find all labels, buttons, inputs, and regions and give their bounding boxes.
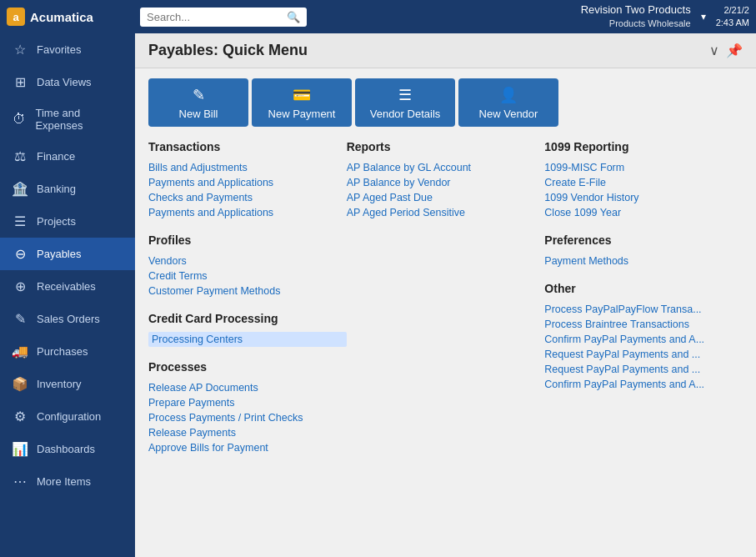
sidebar-label-inventory: Inventory	[37, 378, 81, 390]
sidebar-icon-banking: 🏦	[12, 181, 28, 197]
link-process-braintree-transactions[interactable]: Process Braintree Transactions	[544, 317, 743, 332]
sidebar-item-receivables[interactable]: ⊕Receivables	[0, 270, 135, 303]
sidebar-item-inventory[interactable]: 📦Inventory	[0, 368, 135, 400]
link-ap-aged-past-due[interactable]: AP Aged Past Due	[347, 190, 545, 205]
sidebar-icon-data-views: ⊞	[12, 74, 28, 90]
link-vendors[interactable]: Vendors	[148, 253, 347, 268]
quick-btn-icon-vendor-details: ☰	[398, 86, 412, 104]
link-payments-applications-2[interactable]: Payments and Applications	[148, 205, 347, 220]
quick-btn-label-new-payment: New Payment	[268, 108, 336, 120]
link-close-1099-year[interactable]: Close 1099 Year	[544, 205, 743, 220]
section-other: Other Process PayPalPayFlow Transa...Pro…	[544, 282, 743, 392]
link-customer-payment-methods[interactable]: Customer Payment Methods	[148, 284, 347, 299]
sidebar-icon-finance: ⚖	[12, 148, 28, 164]
link-1099-misc-form[interactable]: 1099-MISC Form	[544, 160, 743, 175]
processes-title: Processes	[148, 360, 347, 374]
sidebar-item-finance[interactable]: ⚖Finance	[0, 140, 135, 173]
sidebar-icon-more-items: ⋯	[12, 474, 28, 489]
sidebar-item-projects[interactable]: ☰Projects	[0, 205, 135, 238]
link-request-paypal-payments-1[interactable]: Request PayPal Payments and ...	[544, 347, 743, 362]
quick-btn-icon-new-bill: ✎	[193, 86, 205, 104]
link-process-paypalflow-transa[interactable]: Process PayPalPayFlow Transa...	[544, 302, 743, 317]
preferences-title: Preferences	[544, 233, 743, 247]
sidebar-item-favorites[interactable]: ☆Favorites	[0, 33, 135, 66]
company-chevron-icon[interactable]: ▾	[701, 11, 706, 23]
sidebar-label-purchases: Purchases	[37, 345, 88, 358]
section-profiles: Profiles VendorsCredit TermsCustomer Pay…	[148, 233, 347, 299]
profiles-title: Profiles	[148, 233, 347, 247]
section-reports: Reports AP Balance by GL AccountAP Balan…	[347, 140, 545, 220]
sidebar-item-dashboards[interactable]: 📊Dashboards	[0, 433, 135, 465]
logo[interactable]: a Acumatica	[7, 8, 140, 26]
sidebar-item-payables[interactable]: ⊖Payables	[0, 238, 135, 270]
sidebar-icon-projects: ☰	[12, 213, 28, 229]
1099-title: 1099 Reporting	[544, 140, 743, 153]
search-input[interactable]	[147, 11, 282, 23]
page-header: Payables: Quick Menu ∨ 📌	[135, 33, 756, 68]
link-checks-payments[interactable]: Checks and Payments	[148, 190, 347, 205]
sidebar-icon-sales-orders: ✎	[12, 311, 28, 327]
link-process-payments-print-checks[interactable]: Process Payments / Print Checks	[148, 410, 347, 425]
section-credit-card: Credit Card Processing Processing Center…	[148, 312, 347, 347]
quick-btn-new-vendor[interactable]: 👤New Vendor	[458, 78, 558, 127]
sidebar-label-dashboards: Dashboards	[37, 443, 95, 455]
sidebar-item-more-items[interactable]: ⋯More Items	[0, 465, 135, 498]
quick-btn-new-bill[interactable]: ✎New Bill	[148, 78, 248, 127]
link-approve-bills-for-payment[interactable]: Approve Bills for Payment	[148, 440, 347, 455]
search-bar[interactable]: 🔍	[140, 8, 307, 27]
link-processing-centers[interactable]: Processing Centers	[148, 332, 347, 347]
sidebar-label-favorites: Favorites	[37, 43, 81, 56]
sidebar-icon-dashboards: 📊	[12, 441, 28, 457]
sidebar-item-banking[interactable]: 🏦Banking	[0, 173, 135, 205]
company-info[interactable]: Revision Two Products Products Wholesale	[581, 3, 691, 31]
sidebar-icon-configuration: ⚙	[12, 409, 28, 424]
quick-btn-new-payment[interactable]: 💳New Payment	[252, 78, 352, 127]
middle-column: Reports AP Balance by GL AccountAP Balan…	[347, 140, 545, 469]
datetime: 2/21/2 2:43 AM	[716, 4, 749, 30]
reports-title: Reports	[347, 140, 545, 153]
link-confirm-paypal-payments-a1[interactable]: Confirm PayPal Payments and A...	[544, 332, 743, 347]
page-pin-icon[interactable]: 📌	[726, 43, 743, 58]
quick-buttons-bar: ✎New Bill💳New Payment☰Vendor Details👤New…	[135, 68, 756, 133]
quick-btn-icon-new-vendor: 👤	[499, 86, 518, 104]
content-area: Payables: Quick Menu ∨ 📌 ✎New Bill💳New P…	[135, 33, 756, 557]
page-title: Payables: Quick Menu	[148, 42, 308, 59]
link-credit-terms[interactable]: Credit Terms	[148, 268, 347, 284]
sidebar-item-configuration[interactable]: ⚙Configuration	[0, 400, 135, 433]
link-payments-applications-1[interactable]: Payments and Applications	[148, 175, 347, 190]
link-release-ap-documents[interactable]: Release AP Documents	[148, 380, 347, 395]
page-header-actions: ∨ 📌	[709, 43, 743, 58]
quick-btn-label-vendor-details: Vendor Details	[370, 108, 441, 120]
sidebar-label-time-expenses: Time and Expenses	[35, 107, 123, 132]
link-release-payments[interactable]: Release Payments	[148, 425, 347, 440]
link-prepare-payments[interactable]: Prepare Payments	[148, 395, 347, 410]
quick-btn-vendor-details[interactable]: ☰Vendor Details	[355, 78, 455, 127]
sidebar-label-data-views: Data Views	[37, 76, 92, 88]
sidebar-item-sales-orders[interactable]: ✎Sales Orders	[0, 303, 135, 335]
link-ap-aged-period-sensitive[interactable]: AP Aged Period Sensitive	[347, 205, 545, 220]
page-collapse-icon[interactable]: ∨	[709, 43, 719, 58]
section-1099: 1099 Reporting 1099-MISC FormCreate E-Fi…	[544, 140, 743, 220]
sidebar-icon-payables: ⊖	[12, 246, 28, 262]
sidebar-label-payables: Payables	[37, 248, 81, 260]
link-payment-methods[interactable]: Payment Methods	[544, 253, 743, 268]
sidebar-label-more-items: More Items	[37, 475, 91, 488]
link-confirm-paypal-payments-a2[interactable]: Confirm PayPal Payments and A...	[544, 377, 743, 392]
link-create-e-file[interactable]: Create E-File	[544, 175, 743, 190]
topbar-right: Revision Two Products Products Wholesale…	[581, 3, 749, 31]
sidebar-item-time-expenses[interactable]: ⏱Time and Expenses	[0, 98, 135, 140]
main-layout: ☆Favorites⊞Data Views⏱Time and Expenses⚖…	[0, 33, 756, 557]
credit-card-title: Credit Card Processing	[148, 312, 347, 325]
sidebar-label-banking: Banking	[37, 183, 76, 195]
link-bills-adjustments[interactable]: Bills and Adjustments	[148, 160, 347, 175]
transactions-title: Transactions	[148, 140, 347, 153]
sidebar-item-purchases[interactable]: 🚚Purchases	[0, 335, 135, 368]
link-request-paypal-payments-2[interactable]: Request PayPal Payments and ...	[544, 362, 743, 377]
link-ap-balance-vendor[interactable]: AP Balance by Vendor	[347, 175, 545, 190]
quick-btn-label-new-vendor: New Vendor	[479, 108, 538, 120]
link-ap-balance-gl-account[interactable]: AP Balance by GL Account	[347, 160, 545, 175]
sections-grid: Transactions Bills and AdjustmentsPaymen…	[135, 133, 756, 475]
sidebar-item-data-views[interactable]: ⊞Data Views	[0, 66, 135, 98]
link-1099-vendor-history[interactable]: 1099 Vendor History	[544, 190, 743, 205]
company-name: Revision Two Products	[581, 3, 691, 18]
